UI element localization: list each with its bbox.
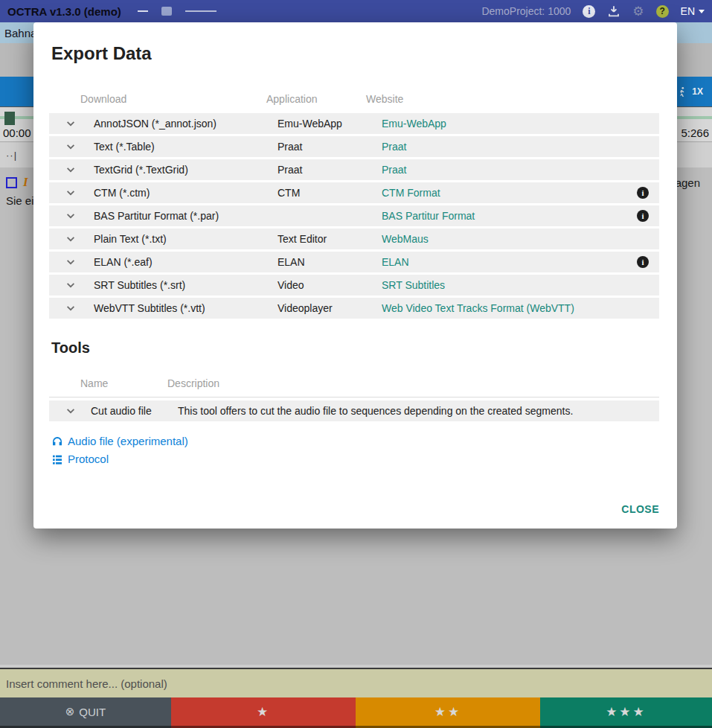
close-button[interactable]: CLOSE bbox=[621, 503, 659, 515]
column-header-application: Application bbox=[266, 93, 318, 105]
website-cell: WebMaus bbox=[382, 229, 429, 249]
chevron-down-icon bbox=[65, 211, 76, 221]
website-cell: Web Video Text Tracks Format (WebVTT) bbox=[382, 298, 574, 319]
info-cell: i bbox=[637, 182, 649, 203]
tools-section-title: Tools bbox=[51, 339, 90, 357]
comment-input[interactable]: Insert comment here... (optional) bbox=[0, 668, 712, 697]
website-link[interactable]: Emu-WebApp bbox=[382, 118, 446, 130]
info-icon[interactable]: i bbox=[637, 210, 649, 222]
expand-row-button[interactable] bbox=[65, 229, 82, 249]
comment-placeholder: Insert comment here... (optional) bbox=[6, 677, 167, 690]
timeline-playhead[interactable] bbox=[4, 112, 15, 125]
dialog-title: Export Data bbox=[51, 43, 152, 64]
website-link[interactable]: WebMaus bbox=[382, 233, 429, 245]
export-row: BAS Partitur Format (*.par)BAS Partitur … bbox=[49, 205, 659, 226]
quit-label: QUIT bbox=[79, 706, 106, 718]
export-format-name: Text (*.Table) bbox=[94, 136, 155, 157]
expand-row-button[interactable] bbox=[65, 113, 82, 134]
info-cell: i bbox=[637, 205, 649, 226]
expand-tool-button[interactable] bbox=[65, 400, 82, 421]
expand-row-button[interactable] bbox=[65, 182, 82, 203]
expand-row-button[interactable] bbox=[65, 136, 82, 157]
quit-button[interactable]: ⊗ QUIT bbox=[0, 697, 171, 728]
info-icon[interactable]: i bbox=[637, 187, 649, 199]
rating-button-2stars[interactable]: ★★ bbox=[356, 697, 540, 728]
export-format-name: BAS Partitur Format (*.par) bbox=[94, 205, 219, 226]
window-button[interactable] bbox=[161, 7, 172, 16]
menu-button[interactable] bbox=[185, 9, 217, 13]
website-link[interactable]: Web Video Text Tracks Format (WebVTT) bbox=[382, 302, 574, 314]
column-header-name: Name bbox=[80, 377, 108, 389]
boundary-icon[interactable]: ··| bbox=[6, 150, 17, 161]
application-name: Video bbox=[278, 275, 304, 296]
website-link[interactable]: Praat bbox=[382, 141, 406, 153]
app-title: OCTRA v1.3.0 (demo) bbox=[7, 5, 121, 18]
application-name: Videoplayer bbox=[278, 298, 333, 319]
website-cell: Emu-WebApp bbox=[382, 113, 446, 134]
info-icon[interactable]: i bbox=[637, 256, 649, 268]
application-name: ELAN bbox=[278, 252, 305, 272]
language-label: EN bbox=[681, 5, 695, 17]
chevron-down-icon bbox=[65, 188, 76, 198]
export-format-name: ELAN (*.eaf) bbox=[94, 252, 153, 272]
export-row: TextGrid (*.TextGrid)PraatPraat bbox=[49, 159, 659, 180]
website-link[interactable]: Praat bbox=[382, 164, 406, 176]
rating-button-3stars[interactable]: ★★★ bbox=[540, 697, 712, 728]
expand-row-button[interactable] bbox=[65, 252, 82, 272]
export-format-name: AnnotJSON (*_annot.json) bbox=[94, 113, 217, 134]
export-row: CTM (*.ctm)CTMCTM Formati bbox=[49, 182, 659, 203]
export-row: AnnotJSON (*_annot.json)Emu-WebAppEmu-We… bbox=[49, 113, 659, 134]
playback-speed-label[interactable]: 1X bbox=[692, 86, 703, 97]
column-header-download: Download bbox=[80, 93, 126, 105]
export-format-name: TextGrid (*.TextGrid) bbox=[94, 159, 188, 180]
language-dropdown[interactable]: EN bbox=[681, 5, 705, 17]
website-link[interactable]: SRT Subtitles bbox=[382, 279, 445, 291]
column-header-description: Description bbox=[167, 377, 219, 389]
protocol-link[interactable]: Protocol bbox=[51, 453, 188, 465]
star-icons: ★★ bbox=[434, 704, 461, 720]
file-tab-label: Bahna bbox=[4, 27, 36, 39]
link-label: Audio file (experimental) bbox=[68, 435, 188, 447]
expand-row-button[interactable] bbox=[65, 275, 82, 296]
application-name: Praat bbox=[278, 159, 302, 180]
website-cell: BAS Partitur Format bbox=[382, 205, 475, 226]
chevron-down-icon bbox=[65, 234, 76, 244]
tools-table: Cut audio fileThis tool offers to cut th… bbox=[49, 400, 659, 424]
export-row: Plain Text (*.txt)Text EditorWebMaus bbox=[49, 229, 659, 249]
export-row: WebVTT Subtitles (*.vtt)VideoplayerWeb V… bbox=[49, 298, 659, 319]
website-cell: Praat bbox=[382, 136, 406, 157]
website-cell: SRT Subtitles bbox=[382, 275, 445, 296]
star-icon: ★ bbox=[257, 704, 270, 720]
tool-row: Cut audio fileThis tool offers to cut th… bbox=[49, 400, 659, 421]
expand-row-button[interactable] bbox=[65, 205, 82, 226]
extra-export-links: Audio file (experimental)Protocol bbox=[51, 435, 188, 465]
expand-row-button[interactable] bbox=[65, 159, 82, 180]
minimize-button[interactable] bbox=[138, 10, 148, 12]
chevron-down-icon bbox=[65, 257, 76, 267]
shortcut-box-icon[interactable] bbox=[6, 177, 17, 188]
italic-button[interactable]: I bbox=[23, 175, 28, 190]
chevron-down-icon bbox=[65, 141, 76, 152]
star-icons: ★★★ bbox=[606, 704, 647, 720]
bottom-action-bar: ⊗ QUIT ★ ★★ ★★★ bbox=[0, 697, 712, 728]
rating-button-1star[interactable]: ★ bbox=[171, 697, 356, 728]
chevron-down-icon bbox=[65, 406, 76, 416]
download-icon[interactable] bbox=[607, 4, 620, 18]
website-cell: CTM Format bbox=[382, 182, 440, 203]
tools-divider bbox=[49, 397, 659, 397]
application-name: Text Editor bbox=[278, 229, 327, 249]
gear-icon[interactable]: ⚙ bbox=[632, 5, 644, 18]
audio-file-link[interactable]: Audio file (experimental) bbox=[51, 435, 188, 447]
website-link[interactable]: ELAN bbox=[382, 256, 409, 268]
application-name: Praat bbox=[278, 136, 302, 157]
export-row: Text (*.Table)PraatPraat bbox=[49, 136, 659, 157]
info-icon[interactable]: i bbox=[583, 5, 595, 18]
website-link[interactable]: BAS Partitur Format bbox=[382, 210, 475, 222]
quit-icon: ⊗ bbox=[65, 705, 75, 718]
chevron-down-icon bbox=[65, 165, 76, 175]
expand-row-button[interactable] bbox=[65, 298, 82, 319]
website-link[interactable]: CTM Format bbox=[382, 187, 440, 199]
link-label: Protocol bbox=[68, 453, 109, 465]
chevron-down-icon bbox=[65, 118, 76, 129]
help-icon[interactable]: ? bbox=[656, 5, 669, 18]
